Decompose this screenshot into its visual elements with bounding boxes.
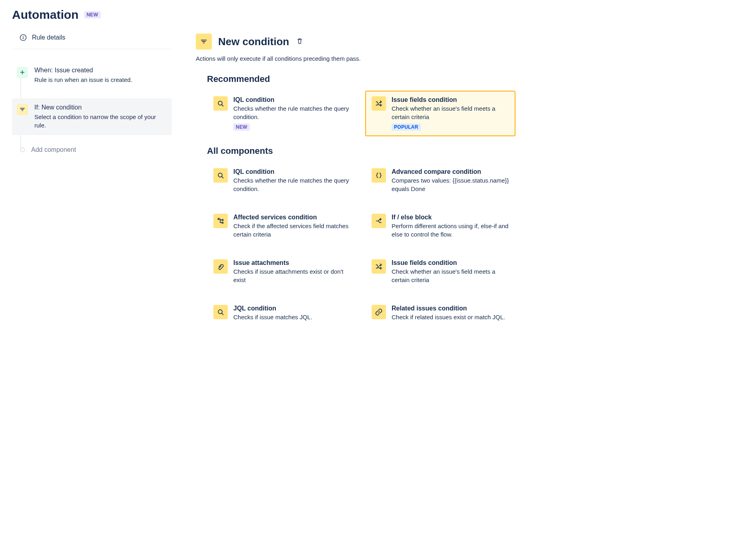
attachment-icon xyxy=(213,259,228,274)
section-title-recommended: Recommended xyxy=(207,74,515,84)
condition-card[interactable]: Issue fields conditionCheck whether an i… xyxy=(365,254,515,292)
card-desc: Check if related issues exist or match J… xyxy=(392,313,509,321)
filter-icon xyxy=(17,104,28,115)
add-dot-icon xyxy=(20,147,25,152)
card-title: Affected services condition xyxy=(233,214,351,221)
condition-card[interactable]: IQL conditionChecks whether the rule mat… xyxy=(207,163,357,201)
rule-sidebar: Rule details When: Issue created Rule is… xyxy=(12,34,172,156)
card-title: Issue fields condition xyxy=(392,259,509,267)
condition-card[interactable]: Issue attachmentsChecks if issue attachm… xyxy=(207,254,357,292)
card-desc: Checks if issue attachments exist or don… xyxy=(233,267,351,284)
add-component-label: Add component xyxy=(31,146,76,153)
braces-icon xyxy=(372,168,386,183)
all-components-grid: IQL conditionChecks whether the rule mat… xyxy=(207,163,515,329)
condition-card[interactable]: Issue fields conditionCheck whether an i… xyxy=(365,91,515,136)
new-badge: NEW xyxy=(233,123,250,131)
condition-card[interactable]: If / else blockPerform different actions… xyxy=(365,208,515,247)
search-icon xyxy=(213,96,228,111)
link-icon xyxy=(372,305,386,319)
card-desc: Checks if issue matches JQL. xyxy=(233,313,351,321)
rule-details-link[interactable]: Rule details xyxy=(12,34,172,49)
card-title: Issue attachments xyxy=(233,259,351,267)
card-desc: Perform different actions using if, else… xyxy=(392,222,509,239)
branch-icon xyxy=(372,214,386,228)
card-desc: Checks whether the rule matches the quer… xyxy=(233,104,351,121)
condition-card[interactable]: IQL conditionChecks whether the rule mat… xyxy=(207,91,357,136)
network-icon xyxy=(213,214,228,228)
condition-picker: New condition Actions will only execute … xyxy=(196,34,515,329)
main-header: New condition xyxy=(196,34,515,50)
filter-icon xyxy=(196,34,212,50)
condition-card[interactable]: Related issues conditionCheck if related… xyxy=(365,299,515,329)
step-trigger[interactable]: When: Issue created Rule is run when an … xyxy=(12,61,172,90)
step-title: When: Issue created xyxy=(34,67,167,74)
step-title: If: New condition xyxy=(34,104,167,111)
condition-card[interactable]: Advanced compare conditionCompares two v… xyxy=(365,163,515,201)
card-title: Advanced compare condition xyxy=(392,168,509,175)
card-title: JQL condition xyxy=(233,305,351,312)
search-icon xyxy=(213,305,228,319)
condition-card[interactable]: JQL conditionChecks if issue matches JQL… xyxy=(207,299,357,329)
card-desc: Checks whether the rule matches the quer… xyxy=(233,176,351,193)
page-title: Automation xyxy=(12,8,79,22)
card-title: Issue fields condition xyxy=(392,96,509,103)
recommended-grid: IQL conditionChecks whether the rule mat… xyxy=(207,91,515,136)
info-icon xyxy=(19,34,27,42)
card-desc: Check if the affected services field mat… xyxy=(233,222,351,239)
plus-icon xyxy=(17,67,28,78)
step-condition[interactable]: If: New condition Select a condition to … xyxy=(12,98,172,135)
main-subtitle: Actions will only execute if all conditi… xyxy=(196,55,515,62)
new-badge: NEW xyxy=(84,11,101,18)
condition-card[interactable]: Affected services conditionCheck if the … xyxy=(207,208,357,247)
add-component-button[interactable]: Add component xyxy=(12,144,172,156)
card-title: IQL condition xyxy=(233,168,351,175)
card-desc: Check whether an issue's field meets a c… xyxy=(392,267,509,284)
shuffle-icon xyxy=(372,259,386,274)
main-title: New condition xyxy=(218,36,289,48)
page-header: Automation NEW xyxy=(12,8,744,22)
step-desc: Select a condition to narrow the scope o… xyxy=(34,113,167,129)
search-icon xyxy=(213,168,228,183)
trash-icon xyxy=(296,37,304,45)
card-title: Related issues condition xyxy=(392,305,509,312)
card-desc: Compares two values: {{issue.status.name… xyxy=(392,176,509,193)
delete-button[interactable] xyxy=(296,37,304,46)
card-title: IQL condition xyxy=(233,96,351,103)
shuffle-icon xyxy=(372,96,386,111)
rule-steps: When: Issue created Rule is run when an … xyxy=(12,49,172,156)
step-desc: Rule is run when an issue is created. xyxy=(34,76,167,84)
section-title-all: All components xyxy=(207,146,515,156)
card-title: If / else block xyxy=(392,214,509,221)
rule-details-label: Rule details xyxy=(32,34,66,41)
popular-badge: POPULAR xyxy=(392,123,421,131)
card-desc: Check whether an issue's field meets a c… xyxy=(392,104,509,121)
